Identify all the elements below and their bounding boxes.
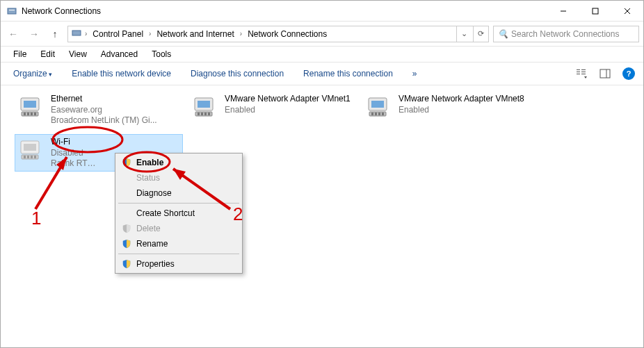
- svg-rect-21: [31, 113, 33, 115]
- overflow-button[interactable]: »: [405, 65, 424, 83]
- breadcrumb-bar[interactable]: › Control Panel › Network and Internet ›…: [67, 26, 489, 42]
- context-create-shortcut[interactable]: Create Shortcut: [117, 206, 241, 221]
- breadcrumb-network-internet[interactable]: Network and Internet: [154, 29, 236, 39]
- svg-rect-29: [208, 113, 210, 115]
- svg-rect-1: [9, 10, 15, 10]
- title-bar: Network Connections: [1, 1, 643, 22]
- svg-rect-8: [577, 72, 580, 72]
- adapter-device: Ralink RT…: [51, 158, 95, 169]
- svg-rect-7: [577, 69, 580, 70]
- svg-rect-11: [581, 72, 586, 72]
- preview-pane-button[interactable]: [596, 65, 614, 83]
- svg-rect-27: [201, 113, 203, 115]
- adapter-status: Enabled: [399, 105, 524, 116]
- maximize-button[interactable]: [579, 1, 611, 21]
- adapter-name: VMware Network Adapter VMnet1: [225, 94, 351, 105]
- svg-rect-17: [24, 101, 36, 108]
- adapter-list: Ethernet Easeware.org Broadcom NetLink (…: [1, 85, 643, 177]
- breadcrumb-separator: ›: [83, 30, 88, 38]
- search-input[interactable]: [511, 29, 634, 39]
- svg-rect-33: [371, 113, 373, 115]
- context-enable[interactable]: Enable: [117, 155, 241, 170]
- context-properties[interactable]: Properties: [117, 256, 241, 272]
- svg-rect-0: [8, 8, 16, 14]
- svg-rect-9: [577, 74, 580, 74]
- shield-icon: [121, 258, 132, 270]
- svg-rect-26: [198, 113, 200, 115]
- svg-rect-36: [382, 113, 384, 115]
- context-label: Status: [136, 173, 160, 183]
- svg-rect-14: [600, 69, 610, 78]
- view-options-button[interactable]: [572, 65, 590, 83]
- context-diagnose[interactable]: Diagnose: [117, 185, 241, 201]
- search-box[interactable]: 🔍: [493, 26, 639, 42]
- breadcrumb-control-panel[interactable]: Control Panel: [90, 29, 146, 39]
- adapter-name: VMware Network Adapter VMnet8: [399, 94, 524, 105]
- context-status: Status: [117, 170, 241, 185]
- svg-rect-10: [581, 69, 586, 70]
- up-button[interactable]: ↑: [47, 26, 63, 42]
- minimize-button[interactable]: [547, 1, 579, 21]
- organize-button[interactable]: Organize: [6, 65, 59, 83]
- breadcrumb-separator: ›: [147, 30, 152, 38]
- rename-button[interactable]: Rename this connection: [296, 65, 400, 83]
- adapter-vmnet8[interactable]: VMware Network Adapter VMnet8 Enabled: [362, 91, 531, 129]
- context-rename[interactable]: Rename: [117, 236, 241, 251]
- svg-rect-31: [371, 101, 384, 108]
- enable-device-button[interactable]: Enable this network device: [65, 65, 178, 83]
- adapter-device: Broadcom NetLink (TM) Gi...: [51, 115, 157, 126]
- menu-bar: File Edit View Advanced Tools: [1, 47, 643, 62]
- adapter-status: Easeware.org: [51, 105, 157, 116]
- breadcrumb-icon: [71, 27, 82, 40]
- svg-rect-43: [34, 156, 36, 158]
- shield-icon: [121, 223, 132, 234]
- svg-marker-13: [584, 76, 587, 78]
- svg-rect-22: [34, 113, 36, 115]
- svg-rect-35: [378, 113, 380, 115]
- breadcrumb-network-connections[interactable]: Network Connections: [245, 29, 330, 39]
- adapter-name: Wi-Fi: [51, 137, 95, 148]
- annotation-label-1: 1: [31, 208, 41, 229]
- svg-rect-19: [24, 113, 26, 115]
- svg-rect-3: [593, 8, 598, 14]
- help-button[interactable]: ?: [620, 65, 638, 83]
- menu-file[interactable]: File: [6, 47, 33, 61]
- close-button[interactable]: [611, 1, 643, 21]
- context-label: Diagnose: [136, 188, 172, 198]
- menu-tools[interactable]: Tools: [145, 47, 178, 61]
- refresh-button[interactable]: ⟳: [473, 26, 488, 42]
- search-icon: 🔍: [498, 29, 508, 39]
- adapter-status: Disabled: [51, 148, 95, 159]
- svg-rect-12: [581, 74, 586, 74]
- svg-rect-24: [198, 101, 210, 108]
- adapter-name: Ethernet: [51, 94, 157, 105]
- menu-view[interactable]: View: [62, 47, 94, 61]
- menu-advanced[interactable]: Advanced: [94, 47, 145, 61]
- diagnose-button[interactable]: Diagnose this connection: [184, 65, 291, 83]
- breadcrumb-separator: ›: [239, 30, 243, 38]
- window-title: Network Connections: [22, 6, 547, 16]
- svg-rect-41: [27, 156, 29, 158]
- context-menu: Enable Status Diagnose Create Shortcut D…: [115, 153, 243, 274]
- back-button[interactable]: ←: [5, 26, 22, 42]
- address-bar: ← → ↑ › Control Panel › Network and Inte…: [1, 22, 643, 47]
- forward-button[interactable]: →: [26, 26, 42, 42]
- context-separator: [118, 254, 239, 254]
- shield-icon: [121, 238, 132, 249]
- shield-icon: [121, 157, 132, 168]
- svg-rect-38: [24, 144, 36, 151]
- context-label: Enable: [136, 158, 163, 167]
- context-separator: [118, 203, 239, 204]
- window-icon: [6, 6, 17, 17]
- adapter-ethernet[interactable]: Ethernet Easeware.org Broadcom NetLink (…: [15, 91, 183, 129]
- menu-edit[interactable]: Edit: [33, 47, 62, 61]
- adapter-vmnet1[interactable]: VMware Network Adapter VMnet1 Enabled: [188, 91, 357, 129]
- context-label: Properties: [136, 259, 175, 269]
- svg-rect-6: [72, 31, 81, 35]
- svg-rect-34: [375, 113, 377, 115]
- network-adapter-icon: [17, 94, 45, 122]
- address-dropdown-button[interactable]: ⌄: [456, 26, 472, 42]
- network-adapter-icon: [17, 137, 45, 165]
- svg-rect-40: [24, 156, 26, 158]
- context-delete: Delete: [117, 221, 241, 236]
